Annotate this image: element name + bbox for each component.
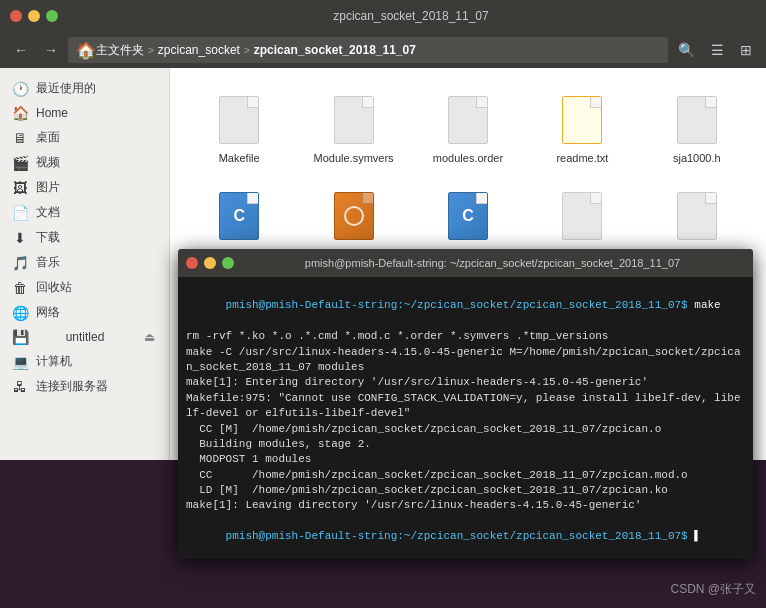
file-item[interactable]: Makefile [186, 84, 292, 172]
list-view-button[interactable]: ☰ [705, 38, 730, 62]
file-name: Module.symvers [314, 152, 394, 164]
sidebar-item-network[interactable]: 🌐 网络 [0, 300, 169, 325]
close-button[interactable] [10, 10, 22, 22]
file-icon-c [215, 188, 263, 244]
drive-icon: 💾 [12, 329, 28, 345]
network-icon: 🌐 [12, 305, 28, 321]
terminal-line: LD [M] /home/pmish/zpcican_socket/zpcica… [186, 483, 745, 498]
breadcrumb-current[interactable]: zpcican_socket_2018_11_07 [254, 43, 416, 57]
desktop-icon: 🖥 [12, 130, 28, 146]
file-item[interactable]: Module.symvers [300, 84, 406, 172]
file-icon-o [673, 188, 721, 244]
sidebar-item-trash[interactable]: 🗑 回收站 [0, 275, 169, 300]
file-item[interactable]: sja1000.h [644, 84, 750, 172]
sidebar-item-downloads[interactable]: ⬇ 下载 [0, 225, 169, 250]
terminal-line: pmish@pmish-Default-string:~/zpcican_soc… [186, 283, 745, 329]
home-icon: 🏠 [76, 41, 96, 60]
sidebar-item-videos[interactable]: 🎬 视频 [0, 150, 169, 175]
back-button[interactable]: ← [8, 38, 34, 62]
watermark: CSDN @张子又 [670, 581, 756, 598]
sidebar-item-documents[interactable]: 📄 文档 [0, 200, 169, 225]
sidebar-item-home[interactable]: 🏠 Home [0, 101, 169, 125]
music-icon: 🎵 [12, 255, 28, 271]
terminal-line: make[1]: Leaving directory '/usr/src/lin… [186, 498, 745, 513]
file-name: modules.order [433, 152, 503, 164]
terminal-line: Makefile:975: "Cannot use CONFIG_STACK_V… [186, 391, 745, 422]
sidebar: 🕐 最近使用的 🏠 Home 🖥 桌面 🎬 视频 🖼 图片 📄 文档 [0, 68, 170, 460]
sidebar-item-untitled[interactable]: 💾 untitled ⏏ [0, 325, 169, 349]
file-icon-order [444, 92, 492, 148]
window-controls [10, 10, 58, 22]
terminal-line: rm -rvf *.ko *.o .*.cmd *.mod.c *.order … [186, 329, 745, 344]
terminal-line: CC [M] /home/pmish/zpcican_socket/zpcica… [186, 422, 745, 437]
forward-button[interactable]: → [38, 38, 64, 62]
file-icon-modc [444, 188, 492, 244]
file-icon-readme [558, 92, 606, 148]
toolbar-right: 🔍 ☰ ⊞ [672, 38, 758, 62]
sidebar-item-recent[interactable]: 🕐 最近使用的 [0, 76, 169, 101]
terminal-line: pmish@pmish-Default-string:~/zpcican_soc… [186, 514, 745, 559]
breadcrumb[interactable]: 🏠 主文件夹 > zpcican_socket > zpcican_socket… [68, 37, 668, 63]
terminal-line: CC /home/pmish/zpcican_socket/zpcican_so… [186, 468, 745, 483]
terminal-titlebar: pmish@pmish-Default-string: ~/zpcican_so… [178, 249, 753, 277]
sidebar-item-computer[interactable]: 💻 计算机 [0, 349, 169, 374]
terminal-title: pmish@pmish-Default-string: ~/zpcican_so… [240, 257, 745, 269]
image-icon: 🖼 [12, 180, 28, 196]
window-title: zpcican_socket_2018_11_07 [66, 9, 756, 23]
terminal-line: make[1]: Entering directory '/usr/src/li… [186, 375, 745, 390]
file-name: sja1000.h [673, 152, 721, 164]
file-icon-ko [330, 188, 378, 244]
search-button[interactable]: 🔍 [672, 38, 701, 62]
terminal-window: pmish@pmish-Default-string: ~/zpcican_so… [178, 249, 753, 559]
file-item[interactable]: readme.txt [529, 84, 635, 172]
file-name: Makefile [219, 152, 260, 164]
terminal-min-button[interactable] [204, 257, 216, 269]
document-icon: 📄 [12, 205, 28, 221]
sidebar-item-music[interactable]: 🎵 音乐 [0, 250, 169, 275]
clock-icon: 🕐 [12, 81, 28, 97]
terminal-line: Building modules, stage 2. [186, 437, 745, 452]
sidebar-item-desktop[interactable]: 🖥 桌面 [0, 125, 169, 150]
eject-button[interactable]: ⏏ [142, 330, 157, 344]
file-icon-sja [673, 92, 721, 148]
file-name: readme.txt [556, 152, 608, 164]
terminal-close-button[interactable] [186, 257, 198, 269]
breadcrumb-home[interactable]: 主文件夹 [96, 42, 144, 59]
toolbar: ← → 🏠 主文件夹 > zpcican_socket > zpcican_so… [0, 32, 766, 68]
computer-icon: 💻 [12, 354, 28, 370]
terminal-max-button[interactable] [222, 257, 234, 269]
terminal-body[interactable]: pmish@pmish-Default-string:~/zpcican_soc… [178, 277, 753, 559]
file-icon-modo [558, 188, 606, 244]
maximize-button[interactable] [46, 10, 58, 22]
grid-view-button[interactable]: ⊞ [734, 38, 758, 62]
breadcrumb-socket[interactable]: zpcican_socket [158, 43, 240, 57]
minimize-button[interactable] [28, 10, 40, 22]
file-icon-symvers [330, 92, 378, 148]
titlebar: zpcican_socket_2018_11_07 [0, 0, 766, 32]
video-icon: 🎬 [12, 155, 28, 171]
terminal-line: make -C /usr/src/linux-headers-4.15.0-45… [186, 345, 745, 376]
download-icon: ⬇ [12, 230, 28, 246]
home-icon: 🏠 [12, 105, 28, 121]
sidebar-item-server[interactable]: 🖧 连接到服务器 [0, 374, 169, 399]
terminal-line: MODPOST 1 modules [186, 452, 745, 467]
file-icon-makefile [215, 92, 263, 148]
file-item[interactable]: modules.order [415, 84, 521, 172]
sidebar-item-pictures[interactable]: 🖼 图片 [0, 175, 169, 200]
server-icon: 🖧 [12, 379, 28, 395]
trash-icon: 🗑 [12, 280, 28, 296]
